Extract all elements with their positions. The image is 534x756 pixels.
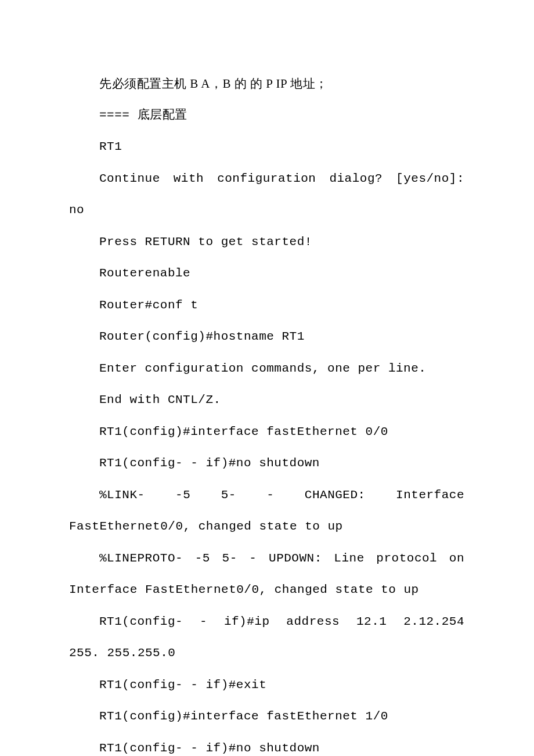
text-line: RT1(config)#interface fastEthernet 1/0: [69, 701, 464, 733]
text-line: 255. 255.255.0: [69, 638, 464, 669]
document-content: 先必须配置主机 B A，B 的 的 P IP 地址； ==== 底层配置 RT1…: [69, 68, 464, 756]
text-line: no: [69, 195, 464, 226]
text-line: Router#conf t: [69, 290, 464, 322]
text-line: ==== 底层配置: [69, 100, 464, 132]
text-line: %LINEPROTO- -5 5- - UPDOWN: Line protoco…: [69, 543, 464, 575]
text-line: %LINK- -5 5- - CHANGED: Interface: [69, 480, 464, 512]
text-line: 先必须配置主机 B A，B 的 的 P IP 地址；: [69, 68, 464, 100]
text-line: RT1(config- - if)#no shutdown: [69, 733, 464, 757]
text-line: Interface FastEthernet0/0, changed state…: [69, 574, 464, 606]
text-line: RT1(config- - if)#no shutdown: [69, 448, 464, 480]
text-line: Continue with configuration dialog? [yes…: [69, 163, 464, 195]
text-line: Press RETURN to get started!: [69, 226, 464, 258]
text-line: Routerenable: [69, 258, 464, 290]
text-line: RT1(config- - if)#ip address 12.1 2.12.2…: [69, 606, 464, 638]
text-line: RT1(config- - if)#exit: [69, 669, 464, 701]
text-line: End with CNTL/Z.: [69, 384, 464, 416]
text-line: FastEthernet0/0, changed state to up: [69, 511, 464, 543]
text-line: Enter configuration commands, one per li…: [69, 353, 464, 385]
text-line: RT1(config)#interface fastEthernet 0/0: [69, 416, 464, 448]
text-line: RT1: [69, 131, 464, 163]
text-line: Router(config)#hostname RT1: [69, 321, 464, 353]
